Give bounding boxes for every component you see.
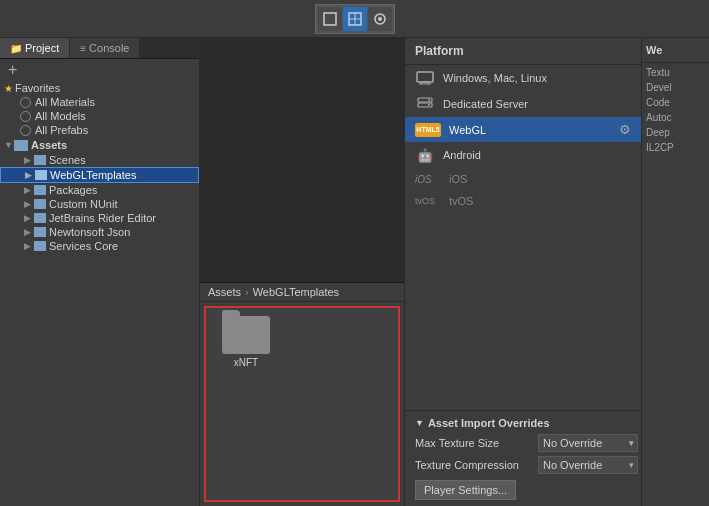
import-overrides-section: ▼ Asset Import Overrides Max Texture Siz… <box>405 410 641 506</box>
webgltemplates-folder-icon <box>35 170 47 180</box>
top-toolbar <box>0 0 709 38</box>
pivot-tool-icon[interactable] <box>368 7 392 31</box>
max-texture-row: Max Texture Size No Override ▾ <box>415 434 631 452</box>
player-settings-button[interactable]: Player Settings... <box>415 480 516 500</box>
assets-folder-icon <box>14 140 28 151</box>
tvos-label-icon: tvOS <box>415 196 441 206</box>
asset-label-xnft: xNFT <box>234 357 258 368</box>
platform-windows[interactable]: Windows, Mac, Linux <box>405 65 641 91</box>
build-settings-panel: Platform Windows, Mac, Linux Dedicated S… <box>405 38 641 506</box>
max-texture-select[interactable]: No Override <box>538 434 638 452</box>
webgl-row-1: Devel <box>646 82 705 93</box>
platform-webgl[interactable]: HTML5 WebGL ⚙ <box>405 117 641 142</box>
game-view-area <box>200 38 404 283</box>
favorites-item-prefabs[interactable]: All Prefabs <box>0 123 199 137</box>
scenes-folder-icon <box>34 155 46 165</box>
packages-item-jetbrains[interactable]: ▶ JetBrains Rider Editor <box>0 211 199 225</box>
import-overrides-header[interactable]: ▼ Asset Import Overrides <box>415 417 631 429</box>
texture-compression-label: Texture Compression <box>415 459 530 471</box>
newtonsoft-folder-icon <box>34 227 46 237</box>
assets-section: ▼ Assets ▶ Scenes ▶ WebGLTemplates <box>0 137 199 197</box>
webgl-row-3: Autoc <box>646 112 705 123</box>
svg-point-14 <box>428 104 430 106</box>
panel-tabs: 📁 Project ≡ Console <box>0 38 199 59</box>
ios-label-icon: iOS <box>415 174 441 185</box>
move-tool-icon[interactable] <box>343 7 367 31</box>
project-tab-icon: 📁 <box>10 43 22 54</box>
packages-item-services-core[interactable]: ▶ Services Core <box>0 239 199 253</box>
services-core-folder-icon <box>34 241 46 251</box>
texture-compression-row: Texture Compression No Override ▾ <box>415 456 631 474</box>
platform-ios[interactable]: iOS iOS <box>405 168 641 190</box>
server-icon <box>415 96 435 112</box>
asset-grid: xNFT <box>204 306 400 502</box>
svg-rect-0 <box>324 13 336 25</box>
webgl-row-4: Deep <box>646 127 705 138</box>
favorites-item-materials[interactable]: All Materials <box>0 95 199 109</box>
webgl-settings-rows: Textu Devel Code Autoc Deep IL2CP <box>642 63 709 157</box>
texture-compression-select[interactable]: No Override <box>538 456 638 474</box>
webgl-gear-icon[interactable]: ⚙ <box>619 122 631 137</box>
packages-item-newtonsoft[interactable]: ▶ Newtonsoft Json <box>0 225 199 239</box>
favorites-section: ★ Favorites All Materials All Models All… <box>0 81 199 137</box>
webgl-icon: HTML5 <box>415 123 441 137</box>
custom-nunit-folder-icon <box>34 199 46 209</box>
tab-project[interactable]: 📁 Project <box>0 38 70 58</box>
assets-item-scenes[interactable]: ▶ Scenes <box>0 153 199 167</box>
svg-rect-6 <box>417 72 433 82</box>
webgl-panel-header: We <box>642 38 709 63</box>
max-texture-label: Max Texture Size <box>415 437 530 449</box>
search-icon-materials <box>20 97 31 108</box>
packages-section: ▶ Custom NUnit ▶ JetBrains Rider Editor … <box>0 197 199 253</box>
android-icon: 🤖 <box>415 147 435 163</box>
search-icon-prefabs <box>20 125 31 136</box>
webgl-row-0: Textu <box>646 67 705 78</box>
windows-icon <box>415 70 435 86</box>
platform-android[interactable]: 🤖 Android <box>405 142 641 168</box>
search-icon-models <box>20 111 31 122</box>
add-asset-button[interactable]: + <box>4 61 21 79</box>
rect-tool-icon[interactable] <box>318 7 342 31</box>
webgl-settings-panel: We Textu Devel Code Autoc Deep IL2CP <box>641 38 709 506</box>
breadcrumb-assets[interactable]: Assets <box>208 286 241 298</box>
svg-point-5 <box>378 17 382 21</box>
platform-list: Windows, Mac, Linux Dedicated Server HTM… <box>405 65 641 212</box>
asset-folder-xnft <box>222 316 270 354</box>
project-tree: ★ Favorites All Materials All Models All… <box>0 81 199 506</box>
platform-header: Platform <box>405 38 641 65</box>
breadcrumb-separator: › <box>245 286 249 298</box>
favorites-header[interactable]: ★ Favorites <box>0 81 199 95</box>
platform-server[interactable]: Dedicated Server <box>405 91 641 117</box>
jetbrains-folder-icon <box>34 213 46 223</box>
assets-item-packages[interactable]: ▶ Packages <box>0 183 199 197</box>
webgl-row-5: IL2CP <box>646 142 705 153</box>
project-panel: 📁 Project ≡ Console + ★ Favorites <box>0 38 200 506</box>
breadcrumb-webgltemplates[interactable]: WebGLTemplates <box>253 286 339 298</box>
breadcrumb: Assets › WebGLTemplates <box>200 283 404 302</box>
tab-console[interactable]: ≡ Console <box>70 38 139 58</box>
assets-item-webgltemplates[interactable]: ▶ WebGLTemplates <box>0 167 199 183</box>
max-texture-select-wrapper: No Override ▾ <box>538 434 638 452</box>
favorites-item-models[interactable]: All Models <box>0 109 199 123</box>
asset-item-xnft[interactable]: xNFT <box>214 316 278 368</box>
packages-item-custom-nunit[interactable]: ▶ Custom NUnit <box>0 197 199 211</box>
assets-header[interactable]: ▼ Assets <box>0 137 199 153</box>
console-tab-icon: ≡ <box>80 43 86 54</box>
platform-tvos[interactable]: tvOS tvOS <box>405 190 641 212</box>
asset-browser-panel: Assets › WebGLTemplates xNFT <box>200 38 405 506</box>
svg-point-13 <box>428 99 430 101</box>
webgl-row-2: Code <box>646 97 705 108</box>
packages-folder-icon <box>34 185 46 195</box>
texture-compression-select-wrapper: No Override ▾ <box>538 456 638 474</box>
toggle-arrow-icon: ▼ <box>415 418 424 428</box>
